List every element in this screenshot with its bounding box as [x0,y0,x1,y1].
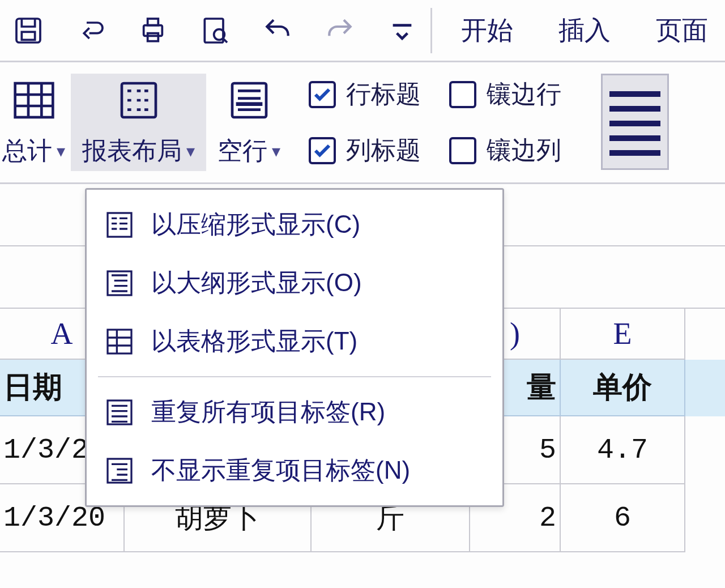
banded-row-checkbox[interactable]: 镶边行 [449,78,561,111]
toolbar-divider [430,8,432,53]
quick-access-toolbar: 开始 插入 页面 [0,0,725,62]
svg-rect-11 [108,213,131,237]
save-icon[interactable] [11,14,45,48]
undo-icon[interactable] [261,14,295,48]
outline-layout-icon [104,267,135,299]
checkbox-checked-icon [309,81,336,108]
svg-rect-13 [108,330,131,353]
menu-norepeat-labels[interactable]: 不显示重复项目标签(N) [87,441,502,500]
ribbon-tabs: 开始 插入 页面 [461,0,725,61]
checkbox-empty-icon [449,81,476,108]
blank-row-button[interactable]: 空行▾ [206,74,292,171]
pivot-style-options: 行标题 镶边行 列标题 镶边列 [292,74,578,171]
pivot-style-preview[interactable] [601,74,669,170]
menu-repeat-labels[interactable]: 重复所有项目标签(R) [87,383,502,441]
svg-rect-4 [148,33,159,41]
menu-compact-label: 以压缩形式显示(C) [151,208,360,241]
tab-start[interactable]: 开始 [461,13,513,48]
tabular-layout-icon [104,326,135,357]
totals-icon [11,78,57,123]
qat-icon-group [11,14,419,48]
ribbon: 总计▾ 报表布局▾ 空行▾ 行标题 镶边行 列标题 镶边列 [0,62,725,184]
report-layout-button[interactable]: 报表布局▾ [71,74,206,171]
svg-rect-1 [22,32,35,40]
col-header-label: 列标题 [346,134,421,167]
menu-outline-label: 以大纲形式显示(O) [151,266,362,300]
report-layout-menu: 以压缩形式显示(C) 以大纲形式显示(O) 以表格形式显示(T) 重复所有项目标… [85,188,504,507]
customize-icon[interactable] [385,14,419,48]
cell-price[interactable]: 6 [561,484,685,552]
header-price[interactable]: 单价 [561,360,685,416]
repeat-labels-icon [104,397,135,428]
chevron-down-icon: ▾ [272,141,280,161]
blank-row-label: 空行 [218,134,267,168]
banded-col-label: 镶边列 [487,134,561,167]
cell-price[interactable]: 4.7 [561,416,685,484]
banded-row-label: 镶边行 [487,78,561,111]
menu-tabular-label: 以表格形式显示(T) [151,325,357,358]
svg-rect-9 [232,83,266,117]
totals-label: 总计 [2,134,52,168]
svg-rect-3 [148,19,159,25]
checkbox-checked-icon [309,137,336,164]
report-layout-icon [116,78,161,123]
tab-insert[interactable]: 插入 [558,13,611,48]
col-header-checkbox[interactable]: 列标题 [309,134,421,167]
menu-repeat-label: 重复所有项目标签(R) [151,395,385,429]
banded-col-checkbox[interactable]: 镶边列 [449,134,561,167]
blank-row-icon [227,78,272,123]
column-header-e[interactable]: E [561,309,685,360]
menu-tabular[interactable]: 以表格形式显示(T) [87,312,502,370]
print-icon[interactable] [136,14,170,48]
preview-icon[interactable] [198,14,232,48]
menu-separator [98,376,491,377]
row-header-label: 行标题 [346,78,421,111]
menu-outline[interactable]: 以大纲形式显示(O) [87,254,502,312]
checkbox-empty-icon [449,137,476,164]
svg-rect-2 [144,25,163,36]
menu-norepeat-label: 不显示重复项目标签(N) [151,454,410,487]
svg-rect-7 [15,83,53,117]
svg-rect-10 [236,102,262,106]
compact-layout-icon [104,209,135,241]
totals-button[interactable]: 总计▾ [0,74,71,171]
menu-compact[interactable]: 以压缩形式显示(C) [87,195,502,254]
chevron-down-icon: ▾ [57,141,65,161]
tab-page[interactable]: 页面 [656,13,708,48]
norepeat-labels-icon [104,455,135,487]
row-header-checkbox[interactable]: 行标题 [309,78,421,111]
report-layout-label: 报表布局 [82,134,182,168]
chevron-down-icon: ▾ [186,141,195,161]
loop-icon[interactable] [74,14,108,48]
redo-icon[interactable] [323,14,357,48]
